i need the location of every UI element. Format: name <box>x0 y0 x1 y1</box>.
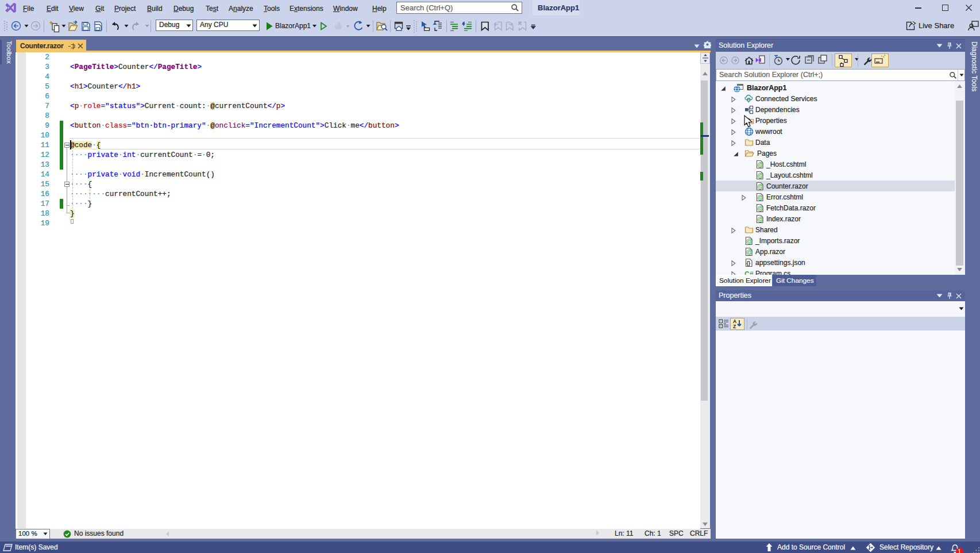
svg-text:@: @ <box>757 183 763 190</box>
svg-text:@: @ <box>757 194 763 201</box>
svg-text:{}: {} <box>746 260 750 266</box>
svg-text:@: @ <box>746 237 752 244</box>
svg-text:@: @ <box>757 161 763 168</box>
svg-text:@: @ <box>746 248 752 255</box>
svg-text:C#: C# <box>744 270 754 275</box>
svg-text:@: @ <box>757 172 763 179</box>
svg-text:Z: Z <box>733 324 736 329</box>
svg-text:@: @ <box>757 205 763 212</box>
svg-text:@: @ <box>757 216 763 222</box>
